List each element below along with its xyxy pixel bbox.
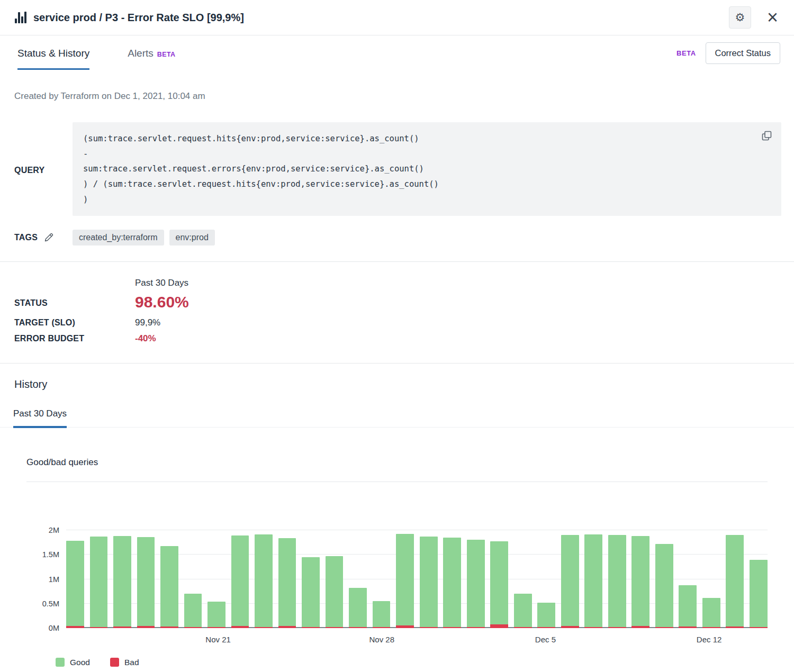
bad-segment [373, 627, 391, 628]
good-segment [326, 556, 344, 627]
bar[interactable] [137, 526, 155, 628]
settings-button[interactable]: ⚙ [729, 6, 751, 29]
bar[interactable] [302, 526, 320, 628]
bar[interactable] [113, 526, 131, 628]
header-actions: ⚙ × [729, 6, 780, 29]
bar[interactable] [349, 526, 367, 628]
bar[interactable] [255, 526, 273, 628]
bar[interactable] [467, 526, 485, 628]
good-segment [255, 534, 273, 627]
good-segment [631, 536, 649, 626]
tab-status-history[interactable]: Status & History [17, 37, 89, 70]
good-segment [584, 534, 602, 627]
bar[interactable] [631, 526, 649, 628]
bad-segment [584, 627, 602, 628]
bad-segment [349, 627, 367, 628]
good-segment [655, 544, 673, 627]
good-segment [443, 538, 461, 627]
bar[interactable] [561, 526, 579, 628]
pencil-icon [44, 233, 53, 242]
copy-icon [762, 131, 772, 141]
bar[interactable] [584, 526, 602, 628]
y-tick-label: 0M [49, 624, 59, 632]
bad-segment [184, 627, 202, 628]
tab-alerts-label: Alerts [128, 48, 154, 59]
good-segment [113, 536, 131, 626]
good-segment [702, 598, 720, 627]
close-button[interactable]: × [765, 8, 780, 27]
status-spacer [14, 278, 135, 291]
bar[interactable] [231, 526, 249, 628]
legend-item[interactable]: Good [56, 658, 90, 667]
bar[interactable] [537, 526, 555, 628]
status-section: Past 30 Days STATUS 98.60% TARGET (SLO) … [0, 262, 794, 363]
good-segment [373, 601, 391, 627]
bar[interactable] [608, 526, 626, 628]
bad-segment [726, 626, 744, 628]
copy-query-button[interactable] [762, 131, 772, 141]
bar[interactable] [160, 526, 178, 628]
bar[interactable] [66, 526, 84, 628]
plot-wrap: Nov 21Nov 28Dec 5Dec 12 [66, 526, 768, 646]
good-segment [184, 594, 202, 627]
bar[interactable] [396, 526, 414, 628]
panel-header: service prod / P3 - Error Rate SLO [99,9… [0, 0, 794, 35]
tag-env[interactable]: env:prod [169, 230, 215, 246]
close-icon: × [767, 6, 778, 28]
bar[interactable] [514, 526, 532, 628]
tab-bar: Status & History AlertsBETA BETA Correct… [0, 35, 794, 70]
tags-row: TAGS created_by:terraform env:prod [14, 230, 781, 261]
history-tab-bar: Past 30 Days [0, 408, 794, 428]
history-tab-past-30-days[interactable]: Past 30 Days [13, 408, 67, 428]
tab-status-history-label: Status & History [17, 48, 89, 59]
history-section: History Past 30 Days [0, 364, 794, 428]
bar[interactable] [750, 526, 768, 628]
good-segment [90, 537, 108, 627]
bar[interactable] [207, 526, 225, 628]
good-segment [349, 588, 367, 627]
bad-segment [679, 626, 697, 628]
legend-item[interactable]: Bad [110, 658, 139, 667]
bar[interactable] [278, 526, 296, 628]
bad-segment [537, 627, 555, 628]
bar[interactable] [726, 526, 744, 628]
bad-segment [231, 626, 249, 628]
legend-swatch [110, 658, 119, 667]
bar[interactable] [702, 526, 720, 628]
tag-created-by[interactable]: created_by:terraform [73, 230, 164, 246]
edit-tags-button[interactable] [44, 233, 53, 242]
good-segment [231, 535, 249, 626]
beta-badge: BETA [676, 49, 696, 57]
bar[interactable] [679, 526, 697, 628]
page-title: service prod / P3 - Error Rate SLO [99,9… [33, 12, 244, 24]
chart-card: Good/bad queries 0M0.5M1M1.5M2M Nov 21No… [26, 457, 768, 672]
bar[interactable] [373, 526, 391, 628]
x-tick-label: Dec 5 [535, 635, 556, 644]
bar[interactable] [655, 526, 673, 628]
bar[interactable] [443, 526, 461, 628]
target-value: 99,9% [135, 315, 794, 330]
legend-label: Good [70, 658, 90, 667]
bad-segment [396, 625, 414, 628]
bar[interactable] [326, 526, 344, 628]
y-tick-label: 0.5M [42, 600, 59, 608]
bar[interactable] [184, 526, 202, 628]
bad-segment [66, 626, 84, 628]
chart-plot [66, 526, 768, 628]
y-tick-label: 2M [49, 526, 59, 534]
bar[interactable] [90, 526, 108, 628]
created-by-line: Created by Terraform on Dec 1, 2021, 10:… [14, 90, 781, 102]
bar[interactable] [420, 526, 438, 628]
correct-status-button[interactable]: Correct Status [706, 42, 780, 64]
good-segment [137, 537, 155, 626]
bars [66, 526, 768, 628]
bad-segment [255, 627, 273, 628]
tab-alerts[interactable]: AlertsBETA [128, 37, 175, 70]
bad-segment [278, 626, 296, 628]
query-label: QUERY [14, 122, 73, 216]
bad-segment [631, 626, 649, 628]
bad-segment [608, 627, 626, 628]
bad-segment [160, 626, 178, 628]
query-row: QUERY (sum:trace.servlet.request.hits{en… [14, 122, 781, 216]
bar[interactable] [490, 526, 508, 628]
